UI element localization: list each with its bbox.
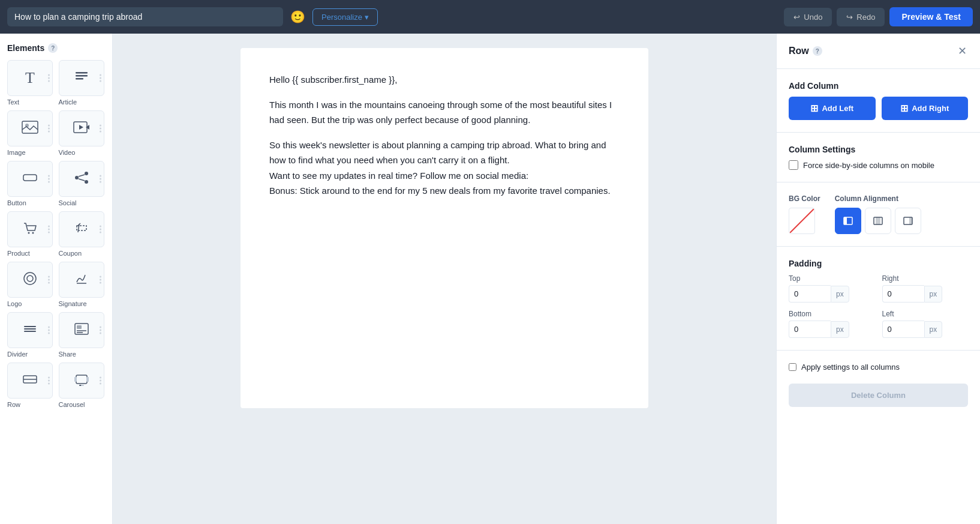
svg-point-15 (32, 232, 34, 234)
force-mobile-label[interactable]: Force side-by-side columns on mobile (803, 161, 934, 170)
carousel-icon (73, 371, 90, 390)
element-card-text[interactable]: T (7, 60, 53, 96)
svg-rect-0 (76, 72, 88, 74)
element-group-coupon: Coupon (59, 211, 106, 257)
delete-column-button[interactable]: Delete Column (789, 384, 968, 407)
padding-top-input[interactable] (789, 285, 831, 303)
bg-color-label: BG Color (789, 194, 820, 203)
email-canvas: Hello {{ subscriber.first_name }}, This … (113, 34, 776, 524)
logo-icon (22, 270, 38, 289)
element-card-button[interactable] (7, 161, 53, 197)
padding-bottom-input[interactable] (789, 321, 831, 338)
social-icon (73, 169, 90, 188)
element-group-image: Image (7, 110, 54, 156)
personalize-button[interactable]: Personalize ▾ (312, 8, 378, 26)
add-left-icon: ⊞ (810, 103, 818, 114)
element-group-article: Article (59, 60, 106, 106)
button-icon (21, 170, 39, 187)
undo-button[interactable]: ↩ Undo (784, 8, 832, 26)
element-card-coupon[interactable] (59, 211, 104, 247)
redo-icon: ↪ (846, 13, 853, 22)
padding-bottom-input-row: px (789, 321, 875, 338)
element-card-article[interactable] (59, 60, 104, 96)
product-icon (22, 220, 38, 239)
element-card-video[interactable] (59, 110, 104, 146)
svg-rect-40 (909, 217, 912, 224)
padding-section: Padding Top px Right px (789, 259, 968, 338)
elements-grid: T Text Article (7, 60, 105, 408)
svg-rect-22 (24, 331, 36, 332)
padding-bottom-field: Bottom px (789, 310, 875, 338)
element-card-social[interactable] (59, 161, 104, 197)
apply-settings-checkbox[interactable] (789, 363, 796, 371)
add-right-button[interactable]: ⊞ Add Right (882, 97, 969, 120)
row-icon (22, 371, 38, 390)
svg-point-11 (85, 180, 88, 184)
panel-help-icon[interactable]: ? (813, 46, 822, 56)
element-label-logo: Logo (7, 300, 54, 307)
force-mobile-row: Force side-by-side columns on mobile (789, 160, 968, 170)
element-card-logo[interactable] (7, 262, 53, 298)
svg-rect-31 (74, 377, 77, 382)
padding-top-label: Top (789, 274, 875, 283)
share-icon (73, 321, 90, 340)
drag-handle (100, 276, 101, 284)
drag-handle (100, 125, 101, 133)
element-label-divider: Divider (7, 351, 54, 358)
element-card-product[interactable] (7, 211, 53, 247)
emoji-button[interactable]: 🙂 (288, 7, 308, 26)
undo-icon: ↩ (793, 13, 800, 22)
element-label-button: Button (7, 199, 54, 206)
svg-point-18 (24, 273, 36, 285)
element-label-coupon: Coupon (59, 250, 106, 257)
bg-color-swatch[interactable] (789, 208, 815, 234)
preview-test-button[interactable]: Preview & Test (889, 7, 973, 26)
svg-line-13 (79, 179, 85, 181)
drag-handle (48, 226, 50, 233)
element-group-social: Social (59, 161, 106, 206)
element-card-row[interactable] (7, 363, 53, 399)
element-card-image[interactable] (7, 110, 53, 146)
element-label-text: Text (7, 98, 54, 106)
svg-rect-25 (77, 325, 82, 329)
element-group-share: Share (59, 312, 106, 358)
element-label-product: Product (7, 250, 54, 257)
element-card-share[interactable] (59, 312, 104, 348)
element-card-divider[interactable] (7, 312, 53, 348)
add-left-button[interactable]: ⊞ Add Left (789, 97, 876, 120)
add-right-icon: ⊞ (900, 103, 908, 114)
padding-right-input-row: px (882, 285, 969, 303)
subject-input[interactable] (7, 7, 283, 26)
align-left-button[interactable] (835, 208, 861, 234)
column-alignment-label: Column Alignment (835, 194, 921, 203)
text-element-icon: T (25, 69, 35, 87)
add-col-buttons: ⊞ Add Left ⊞ Add Right (789, 97, 968, 120)
svg-point-9 (75, 176, 79, 179)
chevron-down-icon: ▾ (365, 13, 369, 22)
padding-right-input[interactable] (882, 285, 924, 303)
element-label-image: Image (7, 149, 54, 156)
drag-handle (100, 74, 101, 82)
panel-header: Row ? ✕ (777, 34, 980, 69)
column-alignment-section: Column Alignment (835, 194, 921, 234)
force-mobile-checkbox[interactable] (789, 160, 798, 170)
element-card-signature[interactable] (59, 262, 104, 298)
padding-left-input[interactable] (882, 321, 924, 338)
apply-settings-label[interactable]: Apply settings to all columns (801, 363, 900, 372)
align-center-button[interactable] (865, 208, 891, 234)
svg-rect-23 (24, 328, 36, 330)
align-right-button[interactable] (895, 208, 921, 234)
element-label-social: Social (59, 199, 106, 206)
video-icon (73, 119, 91, 138)
panel-close-button[interactable]: ✕ (957, 43, 968, 59)
alignment-buttons (835, 208, 921, 234)
padding-left-field: Left px (882, 310, 969, 338)
help-icon[interactable]: ? (48, 43, 58, 53)
element-card-carousel[interactable] (59, 363, 104, 399)
padding-bottom-unit: px (831, 321, 849, 338)
redo-button[interactable]: ↪ Redo (837, 8, 885, 26)
padding-label: Padding (789, 259, 968, 268)
drag-handle (48, 276, 50, 284)
section-divider-2 (777, 182, 980, 182)
element-label-share: Share (59, 351, 106, 358)
